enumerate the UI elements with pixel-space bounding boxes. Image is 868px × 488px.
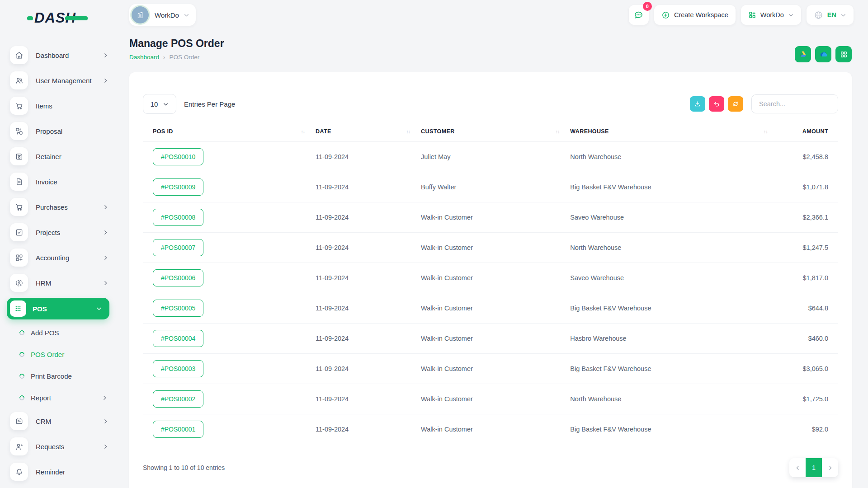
pos-id-link[interactable]: #POS00009 bbox=[153, 178, 203, 196]
entries-per-page-select[interactable]: 10 bbox=[143, 94, 176, 114]
cell-amount: $2,458.8 bbox=[778, 153, 828, 160]
sidebar-item-projects[interactable]: Projects bbox=[0, 220, 118, 245]
cell-date: 11-09-2024 bbox=[316, 244, 421, 251]
sidebar-item-user-management[interactable]: User Management bbox=[0, 68, 118, 93]
workspace-avatar bbox=[132, 6, 149, 23]
reset-button[interactable] bbox=[709, 96, 724, 112]
table-header-row: POS ID↑↓ DATE↑↓ CUSTOMER↑↓ WAREHOUSE↑↓ A… bbox=[143, 128, 838, 141]
column-header-date[interactable]: DATE↑↓ bbox=[316, 128, 421, 135]
submenu-item-print-barcode[interactable]: Print Barcode bbox=[0, 365, 118, 387]
topbar-actions: 0 Create Workspace WorkDo EN bbox=[629, 5, 854, 25]
workspace-switch-button[interactable]: WorkDo bbox=[741, 5, 801, 25]
refresh-icon bbox=[732, 100, 739, 108]
onedrive-button[interactable] bbox=[815, 46, 831, 62]
bell-icon bbox=[10, 463, 28, 481]
pos-id-link[interactable]: #POS00010 bbox=[153, 148, 203, 165]
bullet-icon bbox=[19, 372, 25, 379]
google-drive-button[interactable] bbox=[795, 46, 811, 62]
export-button[interactable] bbox=[690, 96, 705, 112]
table-row: #POS00006 11-09-2024 Walk-in Customer Sa… bbox=[143, 263, 838, 293]
sidebar-item-items[interactable]: Items bbox=[0, 93, 118, 118]
pos-id-link[interactable]: #POS00003 bbox=[153, 360, 203, 377]
submenu-item-add-pos[interactable]: Add POS bbox=[0, 322, 118, 343]
sidebar-item-proposal[interactable]: Proposal bbox=[0, 118, 118, 144]
column-header-warehouse[interactable]: WAREHOUSE↑↓ bbox=[570, 128, 778, 135]
chevron-down-icon bbox=[840, 12, 846, 18]
chevron-right-icon: › bbox=[163, 54, 165, 61]
previous-page-button[interactable] bbox=[789, 458, 806, 477]
sidebar-item-purchases[interactable]: Purchases bbox=[0, 194, 118, 220]
chevron-right-icon bbox=[103, 418, 108, 424]
next-page-button[interactable] bbox=[822, 458, 838, 477]
chevron-right-icon bbox=[103, 255, 108, 261]
check-square-icon bbox=[10, 223, 28, 241]
pos-id-link[interactable]: #POS00001 bbox=[153, 421, 203, 438]
entries-summary: Showing 1 to 10 of 10 entries bbox=[143, 464, 225, 471]
topbar: WorkDo 0 Create Workspace WorkDo EN bbox=[118, 0, 868, 30]
workspace-selector[interactable]: WorkDo bbox=[129, 4, 196, 26]
sort-icon: ↑↓ bbox=[301, 129, 305, 134]
language-selector[interactable]: EN bbox=[807, 5, 854, 25]
create-workspace-button[interactable]: Create Workspace bbox=[654, 5, 736, 25]
pos-id-link[interactable]: #POS00004 bbox=[153, 330, 203, 347]
cell-warehouse: Saveo Warehouse bbox=[570, 274, 778, 282]
sidebar-item-reminder[interactable]: Reminder bbox=[0, 459, 118, 484]
cell-warehouse: North Warehouse bbox=[570, 395, 778, 403]
cell-date: 11-09-2024 bbox=[316, 365, 421, 372]
refresh-button[interactable] bbox=[728, 96, 743, 112]
sidebar-item-retainer[interactable]: Retainer bbox=[0, 144, 118, 169]
bullet-icon bbox=[19, 351, 25, 357]
cell-date: 11-09-2024 bbox=[316, 305, 421, 312]
messages-button[interactable]: 0 bbox=[629, 5, 649, 25]
pos-id-link[interactable]: #POS00007 bbox=[153, 239, 203, 256]
brand-logo[interactable]: DASH bbox=[27, 10, 88, 26]
sidebar-item-accounting[interactable]: Accounting bbox=[0, 245, 118, 270]
cell-warehouse: Big Basket F&V Warehouse bbox=[570, 183, 778, 191]
apps-grid-button[interactable] bbox=[835, 46, 852, 62]
submenu-item-report[interactable]: Report bbox=[0, 387, 118, 408]
column-header-pos-id[interactable]: POS ID↑↓ bbox=[153, 128, 316, 135]
current-page-button[interactable]: 1 bbox=[806, 458, 822, 477]
cell-customer: Walk-in Customer bbox=[421, 395, 570, 403]
cell-warehouse: North Warehouse bbox=[570, 153, 778, 160]
chevron-right-icon bbox=[103, 78, 108, 84]
cell-customer: Juliet May bbox=[421, 153, 570, 160]
sidebar-item-crm[interactable]: CRM bbox=[0, 408, 118, 434]
search-input[interactable] bbox=[751, 94, 838, 113]
swap-boxes-icon bbox=[10, 122, 28, 140]
sidebar-item-hrm[interactable]: HRM bbox=[0, 270, 118, 296]
chevron-right-icon bbox=[103, 444, 108, 450]
pos-id-link[interactable]: #POS00008 bbox=[153, 209, 203, 226]
pos-id-link[interactable]: #POS00006 bbox=[153, 269, 203, 286]
app-root: DASH Dashboard User Management bbox=[0, 0, 868, 488]
submenu-item-pos-order[interactable]: POS Order bbox=[0, 343, 118, 365]
id-card-icon bbox=[10, 412, 28, 430]
cell-customer: Walk-in Customer bbox=[421, 274, 570, 282]
pos-id-link[interactable]: #POS00005 bbox=[153, 300, 203, 317]
integration-buttons bbox=[795, 46, 852, 62]
pos-order-table: POS ID↑↓ DATE↑↓ CUSTOMER↑↓ WAREHOUSE↑↓ A… bbox=[143, 128, 838, 444]
breadcrumb-dashboard-link[interactable]: Dashboard bbox=[129, 54, 159, 61]
cell-date: 11-09-2024 bbox=[316, 214, 421, 221]
cell-customer: Walk-in Customer bbox=[421, 426, 570, 433]
chevron-down-icon bbox=[788, 12, 794, 18]
pagination: 1 bbox=[789, 458, 838, 477]
column-header-customer[interactable]: CUSTOMER↑↓ bbox=[421, 128, 570, 135]
cell-date: 11-09-2024 bbox=[316, 153, 421, 160]
google-drive-icon bbox=[798, 50, 807, 59]
cell-warehouse: Big Basket F&V Warehouse bbox=[570, 305, 778, 312]
pos-id-link[interactable]: #POS00002 bbox=[153, 390, 203, 408]
cell-amount: $1,725.0 bbox=[778, 395, 828, 403]
onedrive-icon bbox=[818, 49, 828, 59]
scan-person-icon bbox=[10, 274, 28, 292]
dots-grid-icon bbox=[10, 300, 26, 317]
chevron-right-icon bbox=[103, 230, 108, 235]
sidebar-item-dashboard[interactable]: Dashboard bbox=[0, 42, 118, 68]
sidebar-item-invoice[interactable]: Invoice bbox=[0, 169, 118, 194]
cell-customer: Walk-in Customer bbox=[421, 305, 570, 312]
column-header-amount[interactable]: AMOUNT bbox=[778, 128, 828, 135]
sidebar-item-pos[interactable]: POS bbox=[7, 298, 109, 319]
chevron-right-icon bbox=[103, 280, 108, 286]
sort-icon: ↑↓ bbox=[556, 129, 560, 134]
sidebar-item-requests[interactable]: Requests bbox=[0, 434, 118, 459]
